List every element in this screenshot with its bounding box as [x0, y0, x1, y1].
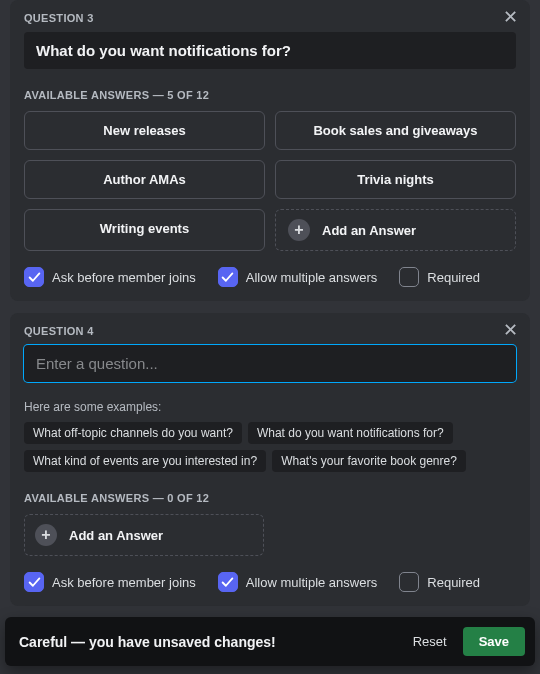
example-pill[interactable]: What's your favorite book genre?	[272, 450, 466, 472]
unsaved-changes-toast: Careful — you have unsaved changes! Rese…	[5, 617, 535, 666]
checkbox-icon	[218, 267, 238, 287]
required-checkbox[interactable]: Required	[399, 572, 480, 592]
checkbox-icon	[399, 267, 419, 287]
question-options-row: Ask before member joins Allow multiple a…	[24, 572, 516, 592]
example-pill[interactable]: What kind of events are you interested i…	[24, 450, 266, 472]
option-label: Required	[427, 575, 480, 590]
available-answers-label: Available Answers — 5 of 12	[24, 89, 516, 101]
ask-before-checkbox[interactable]: Ask before member joins	[24, 267, 196, 287]
plus-circle-icon: +	[35, 524, 57, 546]
required-checkbox[interactable]: Required	[399, 267, 480, 287]
question-options-row: Ask before member joins Allow multiple a…	[24, 267, 516, 287]
add-answer-label: Add an Answer	[322, 223, 416, 238]
example-pills: What off-topic channels do you want? Wha…	[24, 422, 516, 472]
question-3-card: ✕ Question 3 Available Answers — 5 of 12…	[10, 0, 530, 301]
multiple-answers-checkbox[interactable]: Allow multiple answers	[218, 267, 378, 287]
answer-chip[interactable]: Trivia nights	[275, 160, 516, 199]
checkbox-icon	[24, 572, 44, 592]
examples-label: Here are some examples:	[24, 400, 516, 414]
add-answer-button[interactable]: + Add an Answer	[24, 514, 264, 556]
question-number-label: Question 3	[24, 12, 516, 24]
close-icon[interactable]: ✕	[499, 4, 522, 30]
checkbox-icon	[24, 267, 44, 287]
question-text-input[interactable]	[24, 345, 516, 382]
option-label: Allow multiple answers	[246, 270, 378, 285]
add-answer-button[interactable]: + Add an Answer	[275, 209, 516, 251]
option-label: Required	[427, 270, 480, 285]
multiple-answers-checkbox[interactable]: Allow multiple answers	[218, 572, 378, 592]
checkbox-icon	[218, 572, 238, 592]
ask-before-checkbox[interactable]: Ask before member joins	[24, 572, 196, 592]
add-answer-label: Add an Answer	[69, 528, 163, 543]
plus-circle-icon: +	[288, 219, 310, 241]
toast-message: Careful — you have unsaved changes!	[19, 634, 276, 650]
example-pill[interactable]: What do you want notifications for?	[248, 422, 453, 444]
option-label: Ask before member joins	[52, 270, 196, 285]
answer-chip[interactable]: New releases	[24, 111, 265, 150]
reset-button[interactable]: Reset	[409, 628, 451, 655]
answer-chip[interactable]: Book sales and giveaways	[275, 111, 516, 150]
question-4-card: ✕ Question 4 Here are some examples: Wha…	[10, 313, 530, 606]
question-number-label: Question 4	[24, 325, 516, 337]
answers-grid: New releases Book sales and giveaways Au…	[24, 111, 516, 251]
save-button[interactable]: Save	[463, 627, 525, 656]
example-pill[interactable]: What off-topic channels do you want?	[24, 422, 242, 444]
question-text-input[interactable]	[24, 32, 516, 69]
checkbox-icon	[399, 572, 419, 592]
available-answers-label: Available Answers — 0 of 12	[24, 492, 516, 504]
option-label: Allow multiple answers	[246, 575, 378, 590]
answer-chip[interactable]: Author AMAs	[24, 160, 265, 199]
option-label: Ask before member joins	[52, 575, 196, 590]
close-icon[interactable]: ✕	[499, 317, 522, 343]
answer-chip[interactable]: Writing events	[24, 209, 265, 251]
